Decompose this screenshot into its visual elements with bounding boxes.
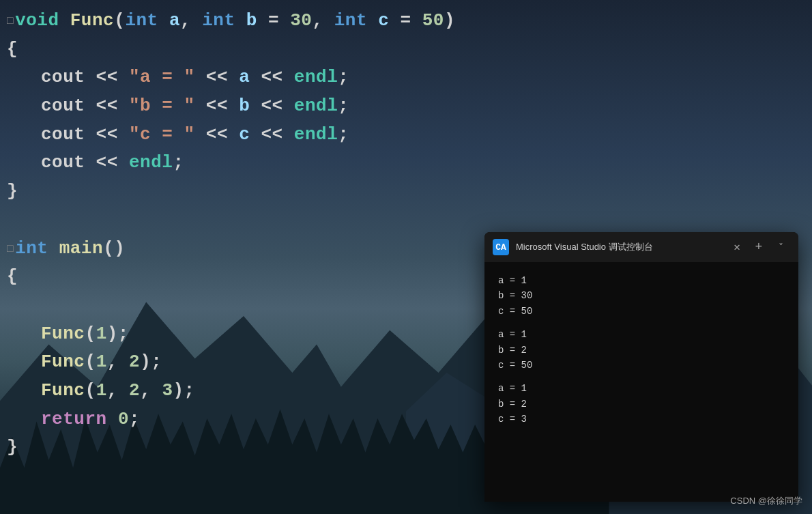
output-line-2-2: b = 2 <box>498 343 785 358</box>
terminal-window: CA Microsoft Visual Studio 调试控制台 ✕ + ˅ a… <box>484 232 798 502</box>
collapse-marker-2: □ <box>7 242 14 257</box>
code-line-5: cout << "c = " << c << endl ; <box>0 121 484 149</box>
code-line-2: { <box>0 35 484 64</box>
watermark: CSDN @徐徐同学 <box>730 495 802 507</box>
param-c: c <box>378 8 389 34</box>
code-line-16: } <box>0 433 484 462</box>
endl-2: endl <box>294 94 338 119</box>
output-line-3-2: b = 2 <box>498 397 785 412</box>
arg-2-2: 2 <box>129 349 140 375</box>
output-line-1-1: a = 1 <box>498 273 785 288</box>
string-b: "b = " <box>129 94 195 119</box>
var-a-1: a <box>239 65 250 91</box>
terminal-chevron-button[interactable]: ˅ <box>771 238 790 257</box>
code-line-7: } <box>0 177 484 206</box>
output-group-3: a = 1 b = 2 c = 3 <box>498 381 785 427</box>
string-c: "c = " <box>129 122 195 148</box>
code-line-14: Func ( 1 , 2 , 3 ); <box>0 377 484 405</box>
param-type-b: int <box>202 8 235 34</box>
endl-1: endl <box>294 65 338 91</box>
code-line-3: cout << "a = " << a << endl ; <box>0 63 484 92</box>
code-line-12: Func ( 1 ); <box>0 320 484 349</box>
code-line-11 <box>0 291 484 320</box>
endl-4: endl <box>129 150 173 176</box>
code-line-15: return 0 ; <box>0 405 484 434</box>
arg-3-2: 2 <box>129 378 140 404</box>
param-a: a <box>169 8 180 34</box>
output-line-3-1: a = 1 <box>498 381 785 396</box>
code-line-6: cout << endl ; <box>0 149 484 177</box>
keyword-return: return <box>41 407 107 433</box>
endl-3: endl <box>294 122 338 148</box>
var-c-1: c <box>239 122 250 148</box>
call-func-1: Func <box>41 322 85 347</box>
code-line-10: { <box>0 263 484 291</box>
collapse-marker-1: □ <box>7 14 14 29</box>
code-line-13: Func ( 1 , 2 ); <box>0 348 484 377</box>
arg-1-1: 1 <box>96 322 107 347</box>
output-group-2: a = 1 b = 2 c = 50 <box>498 327 785 373</box>
terminal-close-button[interactable]: ✕ <box>727 238 746 257</box>
output-line-2-1: a = 1 <box>498 327 785 342</box>
code-line-9: □ int main () <box>0 235 484 263</box>
code-line-8 <box>0 206 484 235</box>
call-func-3: Func <box>41 378 85 404</box>
terminal-output: a = 1 b = 30 c = 50 a = 1 b = 2 c = 50 a… <box>484 262 798 502</box>
call-func-2: Func <box>41 349 85 375</box>
code-line-1: □ void Func ( int a , int b = 30 , int c… <box>0 7 484 35</box>
arg-3-1: 1 <box>96 378 107 404</box>
return-val: 0 <box>118 407 129 433</box>
var-b-1: b <box>239 94 250 119</box>
param-type-a: int <box>125 8 158 34</box>
output-group-1: a = 1 b = 30 c = 50 <box>498 273 785 319</box>
output-line-2-3: c = 50 <box>498 358 785 373</box>
terminal-app-icon: CA <box>493 239 509 255</box>
param-b: b <box>246 8 257 34</box>
output-line-3-3: c = 3 <box>498 412 785 427</box>
output-line-1-3: c = 50 <box>498 304 785 319</box>
output-line-1-2: b = 30 <box>498 288 785 303</box>
code-editor: □ void Func ( int a , int b = 30 , int c… <box>0 0 484 514</box>
param-type-c: int <box>334 8 367 34</box>
terminal-title: Microsoft Visual Studio 调试控制台 <box>516 241 725 253</box>
main-func-name: main <box>59 236 104 262</box>
param-b-default: 30 <box>290 8 312 34</box>
param-c-default: 50 <box>422 8 444 34</box>
string-a: "a = " <box>129 65 195 91</box>
arg-2-1: 1 <box>96 349 107 375</box>
arg-3-3: 3 <box>162 378 173 404</box>
terminal-add-button[interactable]: + <box>749 238 768 257</box>
terminal-titlebar: CA Microsoft Visual Studio 调试控制台 ✕ + ˅ <box>484 232 798 262</box>
keyword-void: void <box>15 8 59 34</box>
keyword-int: int <box>15 236 48 262</box>
func-name: Func <box>70 8 115 34</box>
code-line-4: cout << "b = " << b << endl ; <box>0 92 484 121</box>
